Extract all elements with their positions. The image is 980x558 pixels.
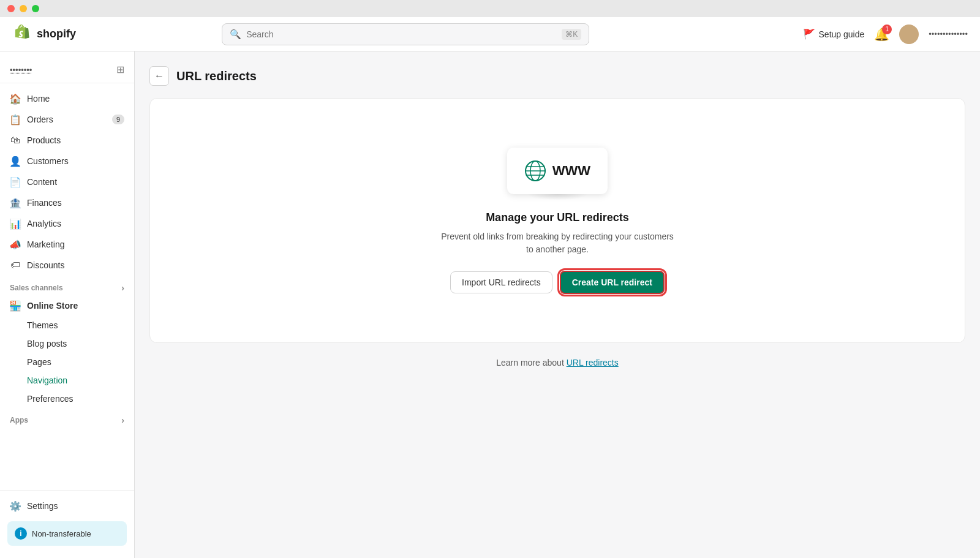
sidebar-item-home[interactable]: 🏠 Home <box>0 88 134 109</box>
sidebar-subitem-themes[interactable]: Themes <box>0 316 134 334</box>
search-bar[interactable]: 🔍 ⌘K <box>222 23 589 45</box>
sidebar-item-finances[interactable]: 🏦 Finances <box>0 192 134 213</box>
sidebar-item-label: Discounts <box>27 260 64 270</box>
search-shortcut: ⌘K <box>562 29 581 40</box>
sidebar-item-marketing[interactable]: 📣 Marketing <box>0 234 134 255</box>
store-expand-icon: ⊞ <box>116 64 124 75</box>
www-text: WWW <box>552 163 590 179</box>
empty-state-description: Prevent old links from breaking by redir… <box>441 230 674 256</box>
learn-more-text: Learn more about <box>496 358 566 368</box>
sidebar-item-label: Customers <box>27 156 69 166</box>
search-input[interactable] <box>246 29 557 39</box>
empty-state-title: Manage your URL redirects <box>486 211 629 224</box>
flag-icon: 🚩 <box>803 28 815 40</box>
sidebar: •••••••• ⊞ 🏠 Home 📋 Orders 9 🛍 Products … <box>0 51 135 558</box>
sidebar-subitem-label: Pages <box>27 357 51 367</box>
traffic-light-green[interactable] <box>32 5 39 12</box>
sidebar-item-content[interactable]: 📄 Content <box>0 172 134 192</box>
avatar[interactable] <box>899 25 919 44</box>
empty-state-actions: Import URL redirects Create URL redirect <box>450 271 665 294</box>
topnav-right: 🚩 Setup guide 🔔 1 •••••••••••••• <box>803 25 968 44</box>
sidebar-subitem-label: Blog posts <box>27 339 67 349</box>
apps-section: Apps › <box>0 408 134 428</box>
store-selector[interactable]: •••••••• ⊞ <box>0 59 134 83</box>
setup-guide-label: Setup guide <box>819 29 865 39</box>
sidebar-item-discounts[interactable]: 🏷 Discounts <box>0 255 134 276</box>
main-content: ← URL redirects WWW <box>135 51 980 558</box>
logo-area: shopify <box>12 25 110 44</box>
shopify-logo-icon <box>12 25 32 44</box>
sales-channels-expand-icon[interactable]: › <box>121 283 124 293</box>
online-store-icon: 🏪 <box>10 300 21 311</box>
logo-text: shopify <box>37 28 76 40</box>
sidebar-item-label: Analytics <box>27 219 61 228</box>
sidebar-subitem-navigation[interactable]: Navigation <box>0 371 134 390</box>
orders-badge: 9 <box>112 115 124 124</box>
sidebar-item-label: Products <box>27 135 61 145</box>
title-bar <box>0 0 980 17</box>
store-name: •••••••• <box>10 65 32 74</box>
page-header: ← URL redirects <box>149 66 965 86</box>
apps-label: Apps <box>10 416 28 424</box>
www-illustration: WWW <box>507 148 608 194</box>
page-title: URL redirects <box>176 69 257 83</box>
sidebar-item-customers[interactable]: 👤 Customers <box>0 151 134 172</box>
create-url-redirect-button[interactable]: Create URL redirect <box>560 271 665 294</box>
import-url-redirects-button[interactable]: Import URL redirects <box>450 271 552 293</box>
sidebar-item-online-store[interactable]: 🏪 Online Store <box>0 295 134 316</box>
discounts-icon: 🏷 <box>10 260 21 271</box>
sidebar-item-label: Settings <box>27 501 58 511</box>
setup-guide-button[interactable]: 🚩 Setup guide <box>803 28 865 40</box>
sidebar-item-settings[interactable]: ⚙️ Settings <box>0 496 134 516</box>
traffic-light-yellow[interactable] <box>20 5 27 12</box>
sidebar-item-label: Orders <box>27 115 53 124</box>
avatar-name: •••••••••••••• <box>929 29 968 39</box>
sidebar-subitem-preferences[interactable]: Preferences <box>0 390 134 408</box>
top-navigation: shopify 🔍 ⌘K 🚩 Setup guide 🔔 1 •••••••••… <box>0 17 980 51</box>
traffic-light-red[interactable] <box>7 5 15 12</box>
finances-icon: 🏦 <box>10 197 21 208</box>
products-icon: 🛍 <box>10 135 21 146</box>
sidebar-subitem-pages[interactable]: Pages <box>0 353 134 371</box>
info-icon: i <box>15 527 27 540</box>
learn-more: Learn more about URL redirects <box>149 358 965 368</box>
sidebar-item-label: Online Store <box>27 301 78 311</box>
sidebar-bottom: ⚙️ Settings i Non-transferable <box>0 490 134 551</box>
customers-icon: 👤 <box>10 156 21 167</box>
orders-icon: 📋 <box>10 114 21 125</box>
body-area: •••••••• ⊞ 🏠 Home 📋 Orders 9 🛍 Products … <box>0 51 980 558</box>
apps-expand-icon[interactable]: › <box>121 415 124 425</box>
sidebar-item-label: Home <box>27 94 50 104</box>
empty-state-card: WWW Manage your URL redirects Prevent ol… <box>149 98 965 343</box>
www-card: WWW <box>507 148 608 194</box>
marketing-icon: 📣 <box>10 239 21 250</box>
sales-channels-section: Sales channels › <box>0 276 134 295</box>
sidebar-subitem-label: Themes <box>27 320 58 330</box>
sidebar-item-label: Finances <box>27 198 62 208</box>
sidebar-subitem-label: Preferences <box>27 394 73 404</box>
content-icon: 📄 <box>10 176 21 187</box>
non-transferable-label: Non-transferable <box>32 529 91 538</box>
sales-channels-label: Sales channels <box>10 284 63 292</box>
non-transferable-banner: i Non-transferable <box>7 521 127 546</box>
back-button[interactable]: ← <box>149 66 169 86</box>
sidebar-item-analytics[interactable]: 📊 Analytics <box>0 213 134 234</box>
settings-icon: ⚙️ <box>10 500 21 511</box>
learn-more-link[interactable]: URL redirects <box>567 358 619 368</box>
globe-icon <box>524 160 546 182</box>
sidebar-item-label: Marketing <box>27 239 64 249</box>
sidebar-subitem-label: Navigation <box>27 375 67 385</box>
sidebar-item-orders[interactable]: 📋 Orders 9 <box>0 109 134 130</box>
analytics-icon: 📊 <box>10 218 21 229</box>
sidebar-item-label: Content <box>27 177 57 187</box>
notification-badge: 1 <box>882 25 892 34</box>
notifications-button[interactable]: 🔔 1 <box>874 27 889 42</box>
sidebar-item-products[interactable]: 🛍 Products <box>0 130 134 151</box>
sidebar-subitem-blog-posts[interactable]: Blog posts <box>0 334 134 353</box>
search-icon: 🔍 <box>230 29 241 40</box>
home-icon: 🏠 <box>10 93 21 104</box>
